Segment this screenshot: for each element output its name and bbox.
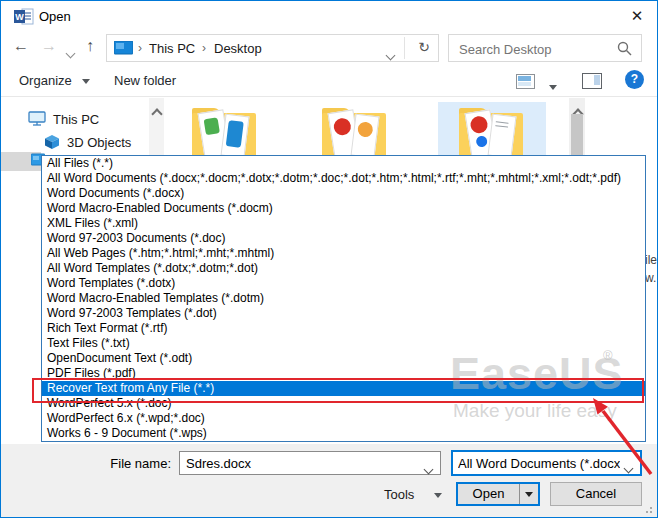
filetype-option[interactable]: All Files (*.*) — [42, 156, 645, 171]
open-dialog: W Open ✕ ← → ↑ › This PC › Desktop ↻ — [0, 0, 658, 518]
desktop-location-icon — [114, 41, 133, 56]
filetype-option[interactable]: Word Macro-Enabled Documents (*.docm) — [42, 201, 645, 216]
watermark-tagline: Make your life easy — [453, 400, 617, 422]
folder-tile[interactable] — [456, 105, 526, 161]
search-input[interactable] — [457, 38, 616, 60]
file-name-label: File name: — [59, 456, 171, 471]
filetype-option[interactable]: All Word Documents (*.docx;*.docm;*.dotx… — [42, 171, 645, 186]
refresh-icon[interactable]: ↻ — [418, 39, 430, 55]
scrollbar-thumb[interactable] — [571, 114, 583, 156]
sidebar-item-this-pc[interactable]: This PC — [53, 112, 99, 127]
search-box[interactable] — [448, 34, 642, 62]
views-icon[interactable] — [516, 74, 535, 89]
sidebar-scrollbar[interactable] — [149, 98, 164, 156]
breadcrumb-this-pc[interactable]: This PC — [149, 41, 195, 56]
organize-label: Organize — [19, 73, 72, 88]
command-toolbar: Organize New folder ? — [1, 65, 657, 97]
breadcrumb-separator: › — [202, 41, 206, 55]
preview-pane-text: ile — [645, 253, 657, 267]
organize-button[interactable]: Organize — [19, 73, 90, 88]
recent-locations-chevron-icon[interactable] — [67, 43, 74, 61]
this-pc-icon — [28, 111, 46, 126]
watermark-registered-icon: ® — [603, 348, 613, 363]
preview-pane-text: w. — [645, 271, 656, 285]
open-button-label[interactable]: Open — [458, 484, 519, 504]
chevron-down-icon[interactable] — [625, 458, 632, 476]
word-app-icon: W — [14, 8, 34, 25]
filetype-option[interactable]: All Word Templates (*.dotx;*.dotm;*.dot) — [42, 261, 645, 276]
svg-text:W: W — [15, 12, 24, 22]
filetype-option[interactable]: Word Macro-Enabled Templates (*.dotm) — [42, 291, 645, 306]
close-button[interactable]: ✕ — [625, 5, 649, 27]
folder-tile[interactable] — [189, 105, 259, 161]
file-name-value: Sdres.docx — [186, 456, 251, 471]
title-bar: W Open ✕ — [1, 1, 657, 31]
open-split-chevron-icon[interactable] — [519, 484, 538, 504]
organize-chevron-icon — [82, 79, 90, 84]
filetype-option[interactable]: All Web Pages (*.htm;*.html;*.mht;*.mhtm… — [42, 246, 645, 261]
file-name-combobox[interactable]: Sdres.docx — [179, 451, 441, 475]
views-chevron-icon[interactable] — [549, 78, 557, 96]
chevron-down-icon[interactable] — [425, 459, 432, 477]
breadcrumb-desktop[interactable]: Desktop — [214, 41, 262, 56]
window-title: Open — [39, 9, 71, 24]
file-type-value: All Word Documents (*.docx;*.d — [458, 456, 620, 471]
filetype-option[interactable]: Word 97-2003 Documents (*.doc) — [42, 231, 645, 246]
scroll-up-icon[interactable] — [153, 104, 161, 122]
annotation-highlight-box — [32, 378, 644, 403]
filetype-option[interactable]: Works 6 - 9 Document (*.wps) — [42, 426, 645, 441]
address-bar[interactable]: › This PC › Desktop ↻ — [106, 34, 439, 62]
forward-button[interactable]: → — [41, 37, 57, 55]
resize-grip-icon[interactable] — [644, 505, 652, 513]
folder-tile[interactable] — [319, 105, 389, 161]
tools-button[interactable]: Tools — [376, 483, 446, 506]
address-dropdown-chevron-icon[interactable] — [387, 45, 394, 63]
tools-chevron-icon — [434, 493, 442, 498]
filetype-option[interactable]: Word 97-2003 Templates (*.dot) — [42, 306, 645, 321]
preview-pane-icon[interactable] — [582, 73, 602, 89]
search-icon[interactable] — [617, 41, 632, 56]
navigation-bar: ← → ↑ › This PC › Desktop ↻ — [1, 31, 657, 65]
cancel-button[interactable]: Cancel — [550, 482, 642, 506]
open-button[interactable]: Open — [456, 482, 540, 506]
file-type-combobox[interactable]: All Word Documents (*.docx;*.d — [451, 450, 642, 476]
tools-label: Tools — [384, 487, 414, 502]
filetype-option[interactable]: XML Files (*.xml) — [42, 216, 645, 231]
filetype-option[interactable]: Rich Text Format (*.rtf) — [42, 321, 645, 336]
help-icon[interactable]: ? — [625, 70, 644, 89]
breadcrumb-separator: › — [138, 41, 142, 55]
3d-objects-icon — [44, 134, 60, 150]
address-divider — [404, 37, 405, 59]
up-button[interactable]: ↑ — [86, 37, 94, 55]
sidebar-item-3d-objects[interactable]: 3D Objects — [67, 135, 131, 150]
filetype-option[interactable]: Word Documents (*.docx) — [42, 186, 645, 201]
back-button[interactable]: ← — [13, 37, 29, 55]
filelist-scrollbar[interactable] — [569, 98, 585, 156]
new-folder-button[interactable]: New folder — [114, 73, 176, 88]
filetype-option[interactable]: Word Templates (*.dotx) — [42, 276, 645, 291]
